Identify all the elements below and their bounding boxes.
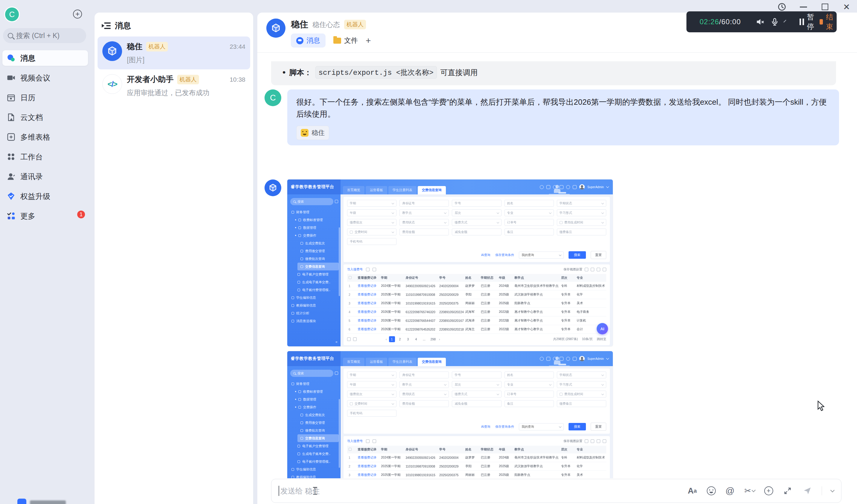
platform-screenshot-1[interactable]: 睿学教学教务管理平台首页概览运营看板学生注册列表交费信息查询SuperAdmin… (287, 179, 613, 346)
platform-menu-item[interactable]: 交费操作 (287, 231, 340, 239)
add-button[interactable]: + (73, 10, 82, 19)
platform-menu-item[interactable]: 电子账付费管理模.. (287, 458, 340, 465)
platform-tab[interactable]: 学生注册列表 (388, 358, 417, 366)
platform-menu-item[interactable]: 消息推送模块 (287, 317, 340, 325)
sidebar-collapse-icon[interactable]: « (335, 340, 338, 344)
table-row[interactable]: 5查看缴费记录2026第一学期6122209876654443722089105… (347, 316, 606, 325)
platform-menu-item[interactable]: 教师编班信息 (287, 301, 340, 309)
filter-field-input[interactable]: 费用金额 (400, 400, 449, 407)
filter-field-input[interactable]: 缴费备注 (557, 228, 606, 236)
page-number[interactable]: 3 (405, 336, 411, 342)
sidebar-scrollbar[interactable] (339, 227, 340, 296)
sidebar-item-more[interactable]: 更多1 (2, 208, 88, 224)
sidebar-item-contacts[interactable]: 通讯录 (2, 169, 88, 184)
view-record-link[interactable]: 查看缴费记录 (356, 471, 380, 479)
platform-search[interactable]: 搜索 (290, 198, 333, 205)
ai-assistant-fab[interactable]: AI (596, 323, 608, 334)
tab-add-button[interactable]: + (366, 36, 371, 46)
platform-tab[interactable]: 运营看板 (366, 186, 387, 194)
filter-field-input[interactable]: 学号 (452, 200, 501, 207)
platform-user-avatar[interactable] (579, 184, 585, 190)
bot-avatar[interactable] (266, 19, 285, 38)
platform-menu-item[interactable]: 电子账户交费管理 (287, 271, 340, 278)
platform-menu-item[interactable]: 财务管理 (287, 380, 340, 388)
page-number[interactable]: 2 (397, 336, 403, 342)
filter-field-select[interactable]: 学期状态 (557, 371, 606, 378)
emoji-picker-icon[interactable] (707, 486, 716, 495)
platform-menu-item[interactable]: 数据管理 (287, 396, 340, 403)
user-avatar[interactable]: C (4, 6, 20, 22)
filter-field-select[interactable]: 学期状态 (557, 200, 606, 207)
toolbar-icon[interactable] (585, 268, 588, 271)
filter-field-input[interactable]: 姓名 (504, 371, 554, 378)
my-query-select[interactable]: 我的查询 (519, 423, 564, 430)
sidebar-item-upgrade[interactable]: 权益升级 (2, 188, 88, 204)
filter-field-select[interactable]: 教学点 (400, 381, 449, 388)
sidebar-item-video[interactable]: 视频会议 (2, 70, 88, 86)
platform-menu-item[interactable]: 学生编班信息 (287, 465, 340, 473)
checkbox-icon[interactable] (350, 231, 353, 233)
platform-menu-item[interactable]: 费用缴交管理 (287, 247, 340, 255)
font-style-icon[interactable]: Aa (687, 485, 698, 496)
filter-field-check[interactable]: 费用生成时间 (557, 390, 606, 398)
tab-messages[interactable]: 消息 (291, 34, 325, 48)
filter-field-input[interactable]: 备注 (504, 400, 554, 407)
list-item[interactable]: 稳住机器人23:44[图片] (98, 36, 250, 69)
platform-menu-item[interactable]: 交费操作 (287, 403, 340, 411)
sidebar-item-base[interactable]: 多维表格 (2, 129, 88, 145)
speaker-muted-icon[interactable] (755, 16, 765, 28)
platform-menu-item[interactable]: 费用缴交管理 (287, 419, 340, 427)
checkbox-icon[interactable] (349, 276, 352, 279)
send-options-icon[interactable] (830, 488, 835, 492)
filter-field-select[interactable]: 年级 (347, 381, 397, 388)
filter-field-select[interactable]: 学习形式 (557, 209, 606, 216)
reset-button[interactable]: 重置 (591, 251, 606, 259)
jump-to[interactable]: 跳转至 (597, 337, 607, 341)
view-record-link[interactable]: 查看缴费记录 (356, 291, 380, 299)
filter-field-input[interactable]: 身份证号 (400, 371, 449, 378)
filter-field-select[interactable]: 费用状态 (400, 390, 449, 398)
import-link[interactable]: 导入缴费号 (347, 267, 363, 272)
save-condition-link[interactable]: 保存查询条件 (495, 253, 514, 257)
toolbar-icon[interactable] (591, 268, 594, 271)
mention-icon[interactable]: @ (725, 485, 736, 496)
sidebar-item-calendar[interactable]: 日历 (2, 90, 88, 105)
send-icon[interactable] (802, 485, 813, 496)
script-code[interactable]: scripts/export.js <批次名称> (315, 66, 437, 79)
platform-menu-item[interactable]: 教师编班信息 (287, 473, 340, 478)
page-number[interactable]: ... (421, 336, 427, 342)
save-view-link[interactable]: 保存视图设置 (564, 439, 582, 443)
platform-menu-item[interactable]: 缴费批次查询 (287, 427, 340, 434)
table-row[interactable]: 1查看缴费记录2024第一学期3490220055092142624020200… (347, 282, 606, 291)
table-row[interactable]: 3查看缴费记录2025第一学期1010199801919161520250200… (347, 299, 606, 308)
filter-field-select[interactable]: 缴费方式 (452, 219, 501, 226)
toolbar-icon[interactable] (585, 439, 588, 443)
list-item[interactable]: </>开发者小助手机器人10:38应用审批通过，已发布成功 (98, 69, 250, 102)
platform-menu-item[interactable]: 交费信息查询 (298, 263, 339, 271)
expand-icon[interactable] (782, 485, 793, 496)
filter-field-input[interactable]: 减免金额 (452, 400, 501, 407)
reset-button[interactable]: 重置 (591, 423, 606, 431)
filter-field-select[interactable]: 缴费方式 (452, 390, 501, 398)
bot-avatar-small[interactable] (265, 179, 281, 196)
minimize-button[interactable] (799, 2, 808, 12)
checkbox-icon[interactable] (350, 402, 353, 405)
reaction-pill[interactable]: 稳住 (296, 126, 329, 140)
toolbar-mini-icon[interactable] (366, 268, 370, 271)
ai-query-link[interactable]: AI查询 (481, 425, 490, 429)
platform-tab[interactable]: 交费信息查询 (418, 358, 446, 366)
global-search[interactable]: 搜索 (Ctrl + K) (3, 28, 86, 43)
platform-menu-item[interactable]: 统计分析 (287, 309, 340, 317)
tab-files[interactable]: 文件 (333, 36, 358, 45)
platform-user-avatar[interactable] (579, 356, 585, 361)
toolbar-icon[interactable] (603, 268, 606, 271)
platform-menu-item[interactable]: 电子账付费管理模.. (287, 286, 340, 294)
filter-field-check[interactable]: 交费时间 (347, 400, 397, 407)
page-number[interactable]: 1 (389, 336, 395, 342)
filter-field-input[interactable]: 费用金额 (400, 228, 449, 236)
filter-field-check[interactable]: 费用生成时间 (557, 219, 606, 226)
toolbar-mini-icon[interactable] (366, 439, 370, 443)
save-view-link[interactable]: 保存视图设置 (564, 267, 582, 272)
settings-icon[interactable] (353, 337, 357, 341)
platform-menu-item[interactable]: 学生编班信息 (287, 294, 340, 301)
